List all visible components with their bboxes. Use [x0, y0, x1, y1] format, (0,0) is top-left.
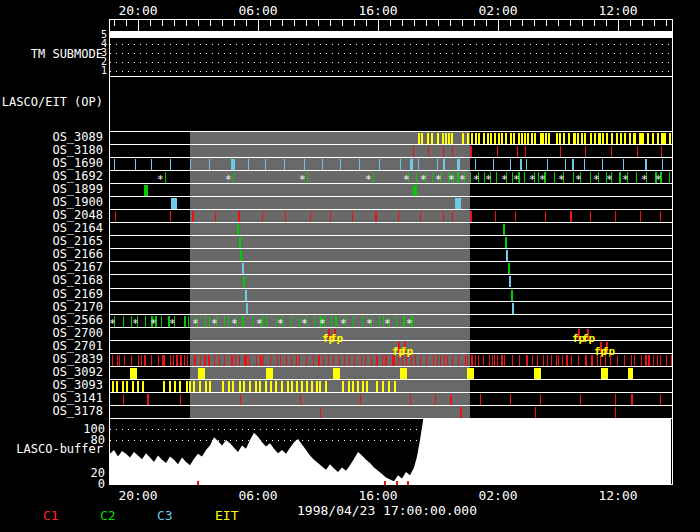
- activity-tick: [615, 407, 616, 418]
- activity-tick: [239, 237, 241, 248]
- axis-minor-tick: [198, 19, 199, 26]
- activity-tick: [478, 133, 480, 144]
- activity-tick: [131, 355, 132, 366]
- activity-tick: [173, 355, 174, 366]
- axis-minor-tick: [522, 19, 523, 26]
- axis-minor-tick: [234, 19, 235, 26]
- activity-tick: [224, 316, 225, 327]
- asterisk-marker: *: [132, 318, 139, 329]
- activity-tick: [413, 146, 414, 157]
- activity-tick: [437, 133, 439, 144]
- activity-tick: [194, 355, 196, 366]
- row-separator: [109, 222, 673, 223]
- activity-tick: [669, 172, 670, 183]
- axis-minor-tick: [630, 19, 631, 26]
- activity-tick: [597, 355, 598, 366]
- activity-tick: [501, 133, 503, 144]
- activity-tick: [396, 316, 397, 327]
- axis-minor-tick: [318, 19, 319, 26]
- row-separator: [109, 392, 673, 393]
- activity-tick: [584, 159, 585, 170]
- axis-major-tick: [378, 19, 379, 31]
- activity-tick: [151, 355, 152, 366]
- lasco-eit-label: LASCO/EIT (OP): [0, 96, 103, 109]
- activity-tick: [164, 355, 165, 366]
- activity-tick: [660, 211, 661, 222]
- activity-tick: [379, 159, 380, 170]
- tm-submode-level-bar: [110, 32, 672, 38]
- activity-tick: [624, 133, 626, 144]
- activity-tick: [615, 211, 616, 222]
- activity-tick: [366, 381, 368, 392]
- activity-tick: [239, 381, 241, 392]
- activity-tick: [573, 172, 574, 183]
- activity-tick: [307, 172, 308, 183]
- activity-tick: [360, 394, 361, 405]
- activity-tick: [510, 133, 512, 144]
- activity-tick: [208, 355, 210, 366]
- axis-minor-tick: [162, 19, 163, 26]
- activity-tick: [349, 355, 350, 366]
- activity-tick: [483, 133, 485, 144]
- activity-tick: [602, 133, 604, 144]
- activity-tick: [142, 381, 144, 392]
- activity-tick: [410, 394, 411, 405]
- activity-tick: [548, 133, 550, 144]
- activity-tick: [222, 381, 224, 392]
- activity-tick: [333, 368, 340, 379]
- time-label-top: 06:00: [238, 4, 277, 18]
- activity-tick: [601, 368, 608, 379]
- activity-tick: [475, 133, 477, 144]
- activity-tick: [458, 355, 459, 366]
- asterisk-marker: *: [606, 174, 613, 185]
- activity-tick: [427, 133, 429, 144]
- row-separator: [109, 274, 673, 275]
- activity-tick: [400, 159, 401, 170]
- activity-tick: [634, 355, 635, 366]
- activity-tick: [228, 381, 230, 392]
- activity-tick: [642, 133, 644, 144]
- activity-tick: [263, 355, 264, 366]
- activity-tick: [117, 355, 118, 366]
- activity-tick: [376, 381, 378, 392]
- asterisk-marker: *: [575, 174, 582, 185]
- activity-tick: [470, 172, 471, 183]
- activity-tick: [591, 355, 593, 366]
- activity-tick: [161, 316, 162, 327]
- activity-tick: [239, 355, 240, 366]
- activity-tick: [331, 316, 332, 327]
- activity-tick: [300, 394, 301, 405]
- activity-tick: [180, 394, 181, 405]
- axis-minor-tick: [414, 19, 415, 26]
- buffer-ytick-label: 80: [60, 434, 105, 446]
- axis-minor-tick: [486, 19, 487, 26]
- asterisk-marker: *: [211, 318, 218, 329]
- axis-minor-tick: [546, 19, 547, 26]
- time-label-bottom: 02:00: [478, 489, 517, 503]
- activity-tick: [660, 394, 661, 405]
- activity-tick: [641, 355, 642, 366]
- activity-tick: [566, 355, 568, 366]
- activity-tick: [590, 172, 591, 183]
- axis-minor-tick: [426, 19, 427, 26]
- activity-tick: [467, 368, 474, 379]
- activity-tick: [532, 355, 533, 366]
- activity-tick: [505, 133, 507, 144]
- asterisk-marker: *: [593, 174, 600, 185]
- activity-tick: [286, 355, 287, 366]
- activity-tick: [666, 355, 667, 366]
- asterisk-marker: *: [403, 174, 410, 185]
- activity-tick: [170, 211, 171, 222]
- legend-item-eit: EIT: [215, 509, 238, 523]
- asterisk-marker: *: [299, 174, 306, 185]
- axis-major-tick: [498, 19, 499, 31]
- activity-tick: [406, 355, 407, 366]
- activity-tick: [570, 211, 572, 222]
- activity-tick: [531, 133, 533, 144]
- activity-tick: [652, 133, 654, 144]
- activity-tick: [316, 381, 318, 392]
- row-separator: [109, 170, 673, 171]
- activity-tick: [115, 211, 116, 222]
- asterisk-marker: *: [485, 174, 492, 185]
- axis-minor-tick: [642, 19, 643, 26]
